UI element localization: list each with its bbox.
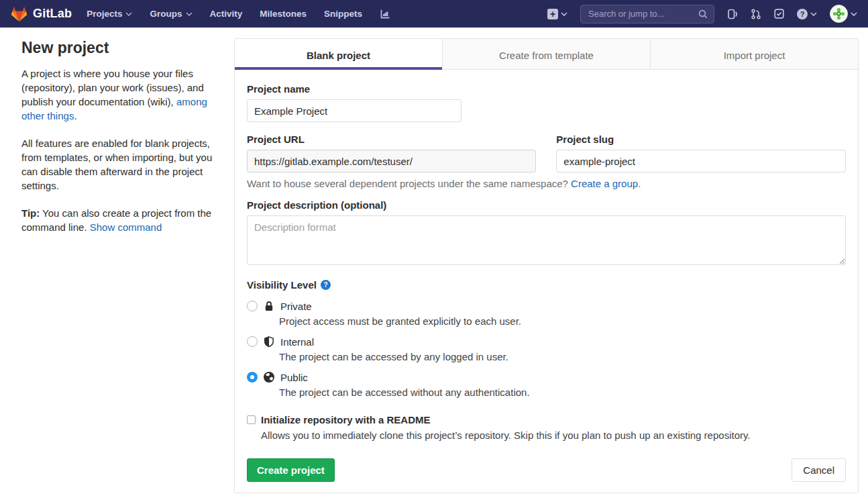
nav-milestones[interactable]: Milestones — [260, 9, 307, 19]
chevron-down-icon — [851, 12, 857, 16]
public-description: The project can be accessed without any … — [279, 387, 846, 398]
page-title: New project — [21, 39, 225, 57]
readme-label: Initialize repository with a README — [261, 414, 431, 425]
chevron-down-icon — [810, 12, 817, 16]
visibility-option-public: Public The project can be accessed witho… — [247, 371, 846, 398]
chevron-down-icon — [125, 12, 132, 16]
internal-radio[interactable] — [247, 336, 258, 347]
visibility-level-label: Visibility Level — [247, 279, 317, 291]
todos-icon[interactable] — [774, 9, 784, 19]
help-dropdown[interactable]: ? — [797, 9, 817, 19]
chart-icon[interactable] — [380, 9, 391, 19]
shield-icon — [263, 336, 275, 348]
blank-project-form: Project name Project URL Project slug Wa… — [235, 70, 858, 493]
chevron-down-icon — [561, 12, 567, 16]
project-slug-label: Project slug — [556, 134, 846, 145]
namespace-hint: Want to house several dependent projects… — [247, 178, 846, 189]
private-radio[interactable] — [247, 301, 258, 311]
visibility-help-icon[interactable]: ? — [321, 280, 331, 290]
tab-import-project[interactable]: Import project — [650, 39, 858, 70]
global-search[interactable] — [580, 5, 714, 23]
show-command-link[interactable]: Show command — [90, 221, 162, 233]
globe-icon — [263, 371, 275, 383]
lock-icon — [263, 300, 275, 312]
public-radio[interactable] — [247, 372, 258, 383]
search-icon — [698, 9, 708, 19]
readme-option: Initialize repository with a README Allo… — [247, 414, 846, 441]
new-project-intro: New project A project is where you house… — [0, 28, 234, 248]
project-url-label: Project URL — [247, 134, 536, 145]
project-slug-input[interactable] — [556, 150, 846, 172]
new-project-panel: Blank project Create from template Impor… — [234, 38, 859, 493]
project-name-input[interactable] — [247, 99, 462, 122]
project-url-input[interactable] — [247, 150, 536, 172]
project-type-tabs: Blank project Create from template Impor… — [235, 39, 858, 70]
gitlab-logo[interactable]: GitLab — [11, 6, 72, 22]
internal-label: Internal — [280, 336, 314, 348]
merge-requests-icon[interactable] — [751, 9, 761, 19]
primary-nav: Projects Groups Activity Milestones Snip… — [87, 9, 362, 19]
public-label: Public — [280, 372, 308, 383]
create-project-button[interactable]: Create project — [247, 458, 335, 482]
project-description-textarea[interactable] — [247, 215, 846, 265]
project-name-label: Project name — [247, 83, 846, 95]
issues-icon[interactable] — [727, 9, 738, 19]
avatar — [830, 5, 848, 23]
intro-paragraph-1: A project is where you house your files … — [21, 66, 225, 123]
help-icon: ? — [797, 9, 808, 19]
brand-wordmark: GitLab — [33, 7, 72, 21]
intro-paragraph-2: All features are enabled for blank proje… — [21, 136, 225, 193]
nav-activity[interactable]: Activity — [210, 9, 243, 19]
private-label: Private — [280, 301, 312, 312]
user-menu-dropdown[interactable] — [830, 5, 857, 23]
top-navbar: GitLab Projects Groups Activity Mileston… — [0, 0, 868, 28]
nav-groups[interactable]: Groups — [150, 9, 192, 19]
tanuki-icon — [11, 6, 28, 22]
chevron-down-icon — [186, 12, 193, 16]
visibility-option-internal: Internal The project can be accessed by … — [247, 336, 846, 362]
readme-checkbox[interactable] — [247, 415, 256, 424]
new-menu-dropdown[interactable]: + — [547, 9, 567, 19]
cancel-button[interactable]: Cancel — [792, 458, 846, 482]
internal-description: The project can be accessed by any logge… — [279, 351, 846, 362]
intro-tip: Tip: You can also create a project from … — [21, 206, 225, 234]
project-description-label: Project description (optional) — [247, 199, 846, 211]
tab-blank-project[interactable]: Blank project — [235, 39, 442, 70]
private-description: Project access must be granted explicitl… — [279, 315, 846, 327]
tab-create-from-template[interactable]: Create from template — [442, 39, 650, 70]
visibility-option-private: Private Project access must be granted e… — [247, 300, 846, 327]
create-a-group-link[interactable]: Create a group — [571, 178, 638, 189]
readme-description: Allows you to immediately clone this pro… — [261, 430, 846, 441]
nav-snippets[interactable]: Snippets — [324, 9, 362, 19]
search-input[interactable] — [587, 8, 698, 19]
plus-icon: + — [547, 9, 558, 19]
nav-projects[interactable]: Projects — [87, 9, 132, 19]
